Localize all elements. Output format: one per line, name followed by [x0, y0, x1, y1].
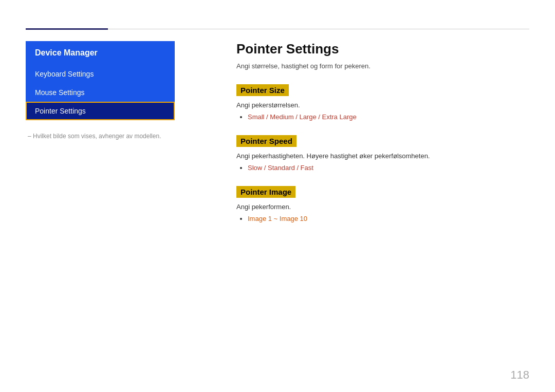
main-content: Pointer Settings Angi størrelse, hastigh… [236, 41, 529, 371]
sidebar-item-pointer[interactable]: Pointer Settings [26, 102, 175, 120]
pointer-size-options: Small / Medium / Large / Extra Large [248, 113, 357, 121]
section-pointer-speed: Pointer Speed Angi pekerhastigheten. Høy… [236, 135, 529, 172]
top-bar-accent [26, 28, 108, 30]
section-pointer-image: Pointer Image Angi pekerformen. Image 1 … [236, 186, 529, 222]
sidebar-item-keyboard[interactable]: Keyboard Settings [26, 65, 175, 83]
list-item-pointer-size: Small / Medium / Large / Extra Large [248, 113, 529, 121]
page-number: 118 [510, 368, 529, 382]
pointer-speed-options: Slow / Standard / Fast [248, 164, 313, 172]
section-heading-pointer-speed: Pointer Speed [236, 135, 297, 147]
top-bar [26, 28, 529, 29]
top-bar-line [108, 29, 529, 29]
section-heading-pointer-size: Pointer Size [236, 84, 289, 96]
sidebar-header[interactable]: Device Manager [26, 41, 175, 65]
section-list-pointer-image: Image 1 ~ Image 10 [236, 215, 529, 222]
section-list-pointer-speed: Slow / Standard / Fast [236, 164, 529, 172]
section-heading-pointer-image: Pointer Image [236, 186, 295, 198]
section-list-pointer-size: Small / Medium / Large / Extra Large [236, 113, 529, 121]
list-item-pointer-speed: Slow / Standard / Fast [248, 164, 529, 172]
section-desc-pointer-size: Angi pekerstørrelsen. [236, 101, 529, 109]
list-item-pointer-image: Image 1 ~ Image 10 [248, 215, 529, 222]
pointer-image-options: Image 1 ~ Image 10 [248, 215, 307, 222]
section-desc-pointer-image: Angi pekerformen. [236, 203, 529, 211]
page-title: Pointer Settings [236, 41, 529, 57]
page-subtitle: Angi størrelse, hastighet og form for pe… [236, 62, 529, 70]
sidebar: Device Manager Keyboard Settings Mouse S… [26, 41, 175, 371]
sidebar-note: – Hvilket bilde som vises, avhenger av m… [26, 133, 175, 140]
layout: Device Manager Keyboard Settings Mouse S… [26, 41, 529, 371]
section-pointer-size: Pointer Size Angi pekerstørrelsen. Small… [236, 84, 529, 121]
section-desc-pointer-speed: Angi pekerhastigheten. Høyere hastighet … [236, 152, 529, 160]
sidebar-item-mouse[interactable]: Mouse Settings [26, 83, 175, 102]
